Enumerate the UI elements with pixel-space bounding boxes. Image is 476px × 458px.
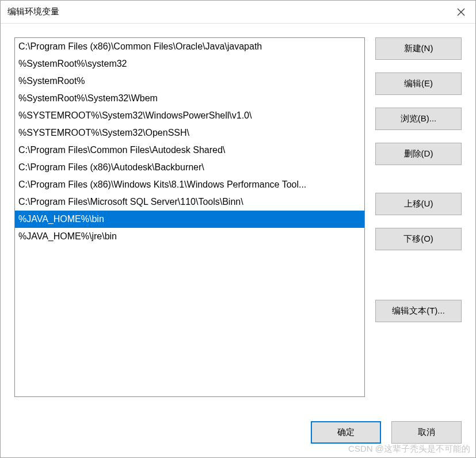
titlebar: 编辑环境变量: [1, 1, 475, 24]
window-title: 编辑环境变量: [7, 6, 59, 17]
content-area: C:\Program Files (x86)\Common Files\Orac…: [1, 24, 475, 421]
movedown-button[interactable]: 下移(O): [375, 228, 462, 250]
list-item[interactable]: %JAVA_HOME%\jre\bin: [15, 228, 364, 245]
dialog-window: 编辑环境变量 C:\Program Files (x86)\Common Fil…: [0, 0, 476, 458]
browse-button[interactable]: 浏览(B)...: [375, 108, 462, 130]
spacer: [375, 178, 462, 180]
list-item[interactable]: C:\Program Files (x86)\Common Files\Orac…: [15, 38, 364, 55]
list-item[interactable]: C:\Program Files (x86)\Autodesk\Backburn…: [15, 159, 364, 176]
delete-button[interactable]: 删除(D): [375, 143, 462, 165]
list-item[interactable]: %SYSTEMROOT%\System32\OpenSSH\: [15, 124, 364, 142]
button-column: 新建(N) 编辑(E) 浏览(B)... 删除(D) 上移(U) 下移(O) 编…: [375, 37, 462, 407]
cancel-button[interactable]: 取消: [391, 421, 462, 444]
list-item[interactable]: %SystemRoot%: [15, 72, 364, 90]
footer: 确定 取消: [1, 421, 475, 457]
ok-button[interactable]: 确定: [311, 421, 381, 444]
list-item[interactable]: C:\Program Files\Microsoft SQL Server\11…: [15, 193, 364, 211]
close-icon: [457, 8, 465, 16]
list-item[interactable]: %SystemRoot%\system32: [15, 55, 364, 72]
moveup-button[interactable]: 上移(U): [375, 193, 462, 215]
edittext-button[interactable]: 编辑文本(T)...: [375, 300, 462, 322]
close-button[interactable]: [447, 1, 475, 24]
edit-button[interactable]: 编辑(E): [375, 72, 462, 95]
list-item[interactable]: %SystemRoot%\System32\Wbem: [15, 90, 364, 107]
path-list[interactable]: C:\Program Files (x86)\Common Files\Orac…: [14, 37, 365, 397]
list-item[interactable]: %SYSTEMROOT%\System32\WindowsPowerShell\…: [15, 107, 364, 124]
new-button[interactable]: 新建(N): [375, 37, 462, 60]
list-item[interactable]: C:\Program Files (x86)\Windows Kits\8.1\…: [15, 176, 364, 193]
list-item[interactable]: C:\Program Files\Common Files\Autodesk S…: [15, 142, 364, 159]
list-item[interactable]: %JAVA_HOME%\bin: [15, 211, 364, 228]
spacer: [375, 263, 462, 287]
